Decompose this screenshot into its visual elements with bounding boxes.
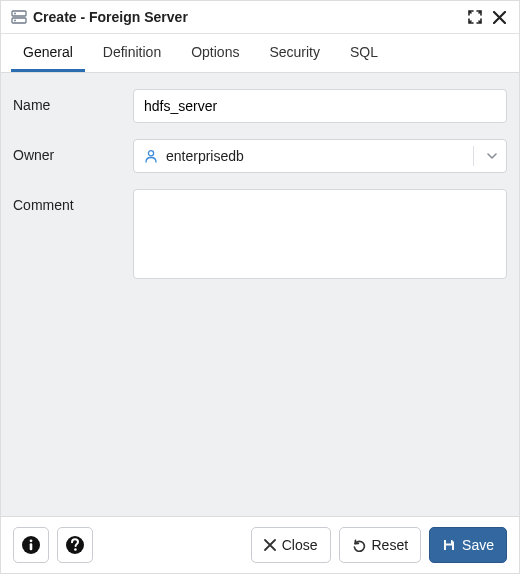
help-icon [65, 535, 85, 555]
close-window-button[interactable] [489, 7, 509, 27]
tab-security[interactable]: Security [257, 34, 332, 72]
tab-general[interactable]: General [11, 34, 85, 72]
close-button-label: Close [282, 537, 318, 553]
save-button-label: Save [462, 537, 494, 553]
chevron-down-icon [486, 140, 498, 172]
reset-button[interactable]: Reset [339, 527, 422, 563]
label-comment: Comment [13, 189, 133, 213]
svg-point-2 [14, 13, 16, 15]
name-input[interactable] [133, 89, 507, 123]
user-icon [144, 149, 158, 163]
close-icon [493, 11, 506, 24]
title-bar: Create - Foreign Server [1, 1, 519, 34]
svg-rect-10 [446, 540, 451, 544]
row-owner: Owner enterprisedb [13, 139, 507, 173]
close-button[interactable]: Close [251, 527, 331, 563]
svg-rect-7 [30, 543, 33, 550]
owner-value: enterprisedb [166, 148, 472, 164]
save-button[interactable]: Save [429, 527, 507, 563]
footer-bar: Close Reset Save [1, 516, 519, 573]
reset-button-label: Reset [372, 537, 409, 553]
content-panel: Name Owner enterprisedb Comment [1, 73, 519, 516]
tab-sql[interactable]: SQL [338, 34, 390, 72]
tab-definition[interactable]: Definition [91, 34, 173, 72]
select-divider [473, 146, 474, 166]
window-title: Create - Foreign Server [33, 9, 188, 25]
label-owner: Owner [13, 139, 133, 163]
reset-icon [352, 538, 366, 552]
svg-point-3 [14, 20, 16, 22]
svg-point-6 [30, 539, 33, 542]
tab-options[interactable]: Options [179, 34, 251, 72]
info-button[interactable] [13, 527, 49, 563]
x-icon [264, 539, 276, 551]
row-name: Name [13, 89, 507, 123]
owner-select[interactable]: enterprisedb [133, 139, 507, 173]
expand-button[interactable] [465, 7, 485, 27]
svg-rect-11 [446, 546, 452, 551]
svg-point-9 [74, 548, 77, 551]
server-icon [11, 10, 27, 24]
expand-icon [468, 10, 482, 24]
save-icon [442, 538, 456, 552]
row-comment: Comment [13, 189, 507, 282]
tab-bar: General Definition Options Security SQL [1, 34, 519, 73]
help-button[interactable] [57, 527, 93, 563]
info-icon [21, 535, 41, 555]
label-name: Name [13, 89, 133, 113]
svg-point-4 [148, 151, 153, 156]
comment-textarea[interactable] [133, 189, 507, 279]
